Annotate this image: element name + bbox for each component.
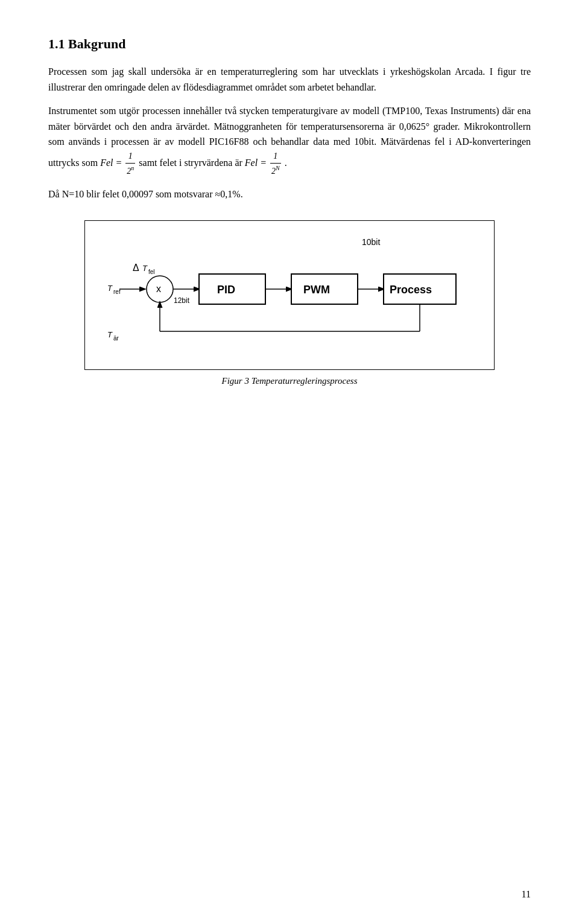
svg-text:x: x	[156, 284, 161, 294]
svg-text:12bit: 12bit	[174, 296, 190, 305]
svg-text:PID: PID	[217, 284, 235, 296]
formula-2: Fel = 12N	[245, 158, 285, 168]
section-title: 1.1 Bakgrund	[48, 36, 531, 52]
svg-text:T: T	[142, 264, 148, 273]
svg-text:T: T	[107, 330, 113, 339]
svg-text:10bit: 10bit	[362, 237, 380, 247]
figure-container: 10bit T ref Δ T fel T är x 12bit PID PWM	[84, 220, 495, 370]
svg-text:Δ: Δ	[133, 263, 139, 273]
figure-caption: Figur 3 Temperaturregleringsprocess	[48, 376, 531, 386]
svg-text:PWM: PWM	[303, 284, 330, 296]
paragraph-2-end: .	[285, 158, 287, 168]
svg-text:T: T	[107, 284, 113, 293]
paragraph-1: Processen som jag skall undersöka är en …	[48, 64, 531, 95]
diagram-svg: 10bit T ref Δ T fel T är x 12bit PID PWM	[103, 232, 476, 358]
svg-text:är: är	[113, 335, 119, 342]
paragraph-3: Då N=10 blir felet 0,00097 som motsvarar…	[48, 186, 531, 202]
page-number: 11	[522, 889, 531, 900]
paragraph-2: Instrumentet som utgör processen innehål…	[48, 103, 531, 178]
formula-1: Fel = 12n	[100, 158, 139, 168]
svg-text:Process: Process	[390, 284, 432, 296]
paragraph-2-mid: samt felet i stryrvärdena är	[139, 158, 242, 168]
svg-text:fel: fel	[148, 269, 155, 275]
